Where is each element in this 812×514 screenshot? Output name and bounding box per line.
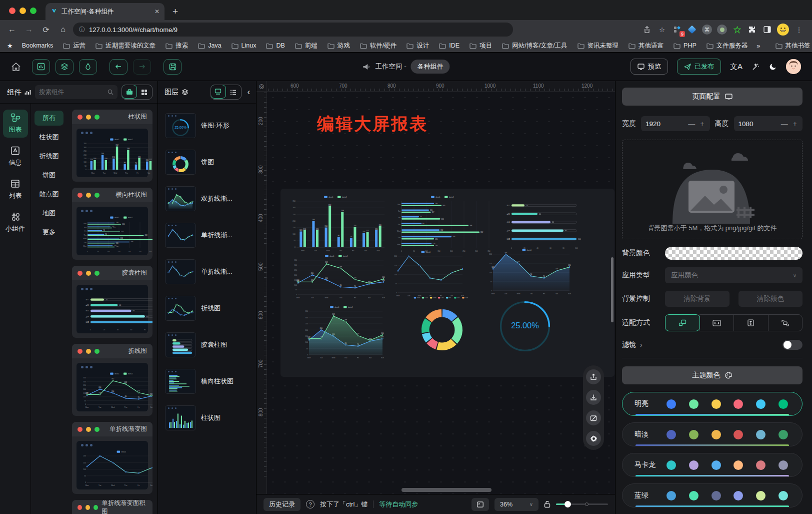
category-饼图[interactable]: 饼图 (34, 168, 64, 183)
bookmarks-root[interactable]: Bookmarks (18, 41, 58, 51)
bookmark-item[interactable]: IDE (435, 41, 464, 51)
bookmark-item[interactable]: 软件/硬件 (356, 40, 400, 52)
fit-height-button[interactable] (734, 314, 768, 331)
canvas-chart-progress[interactable]: 25.00% (494, 297, 556, 356)
share-icon[interactable] (642, 25, 652, 35)
component-card[interactable]: 单折线渐变面积图data1050100150200120200150807011… (72, 500, 152, 514)
height-stepper[interactable]: 1080 — + (734, 116, 803, 131)
theme-蓝绿[interactable]: 蓝绿 (622, 483, 802, 507)
bookmark-item[interactable]: 设计 (402, 40, 433, 52)
layer-item[interactable]: 柱状图 (163, 402, 251, 434)
canvas-chart-donut[interactable]: MonTueWedThuFriSatSun (400, 295, 484, 360)
theme-马卡龙[interactable]: 马卡龙 (622, 453, 802, 477)
history-panel-icon[interactable] (472, 498, 489, 511)
toolbox-view-icon[interactable] (122, 85, 137, 99)
help-icon[interactable]: ? (306, 500, 314, 508)
project-name-pill[interactable]: 各种组件 (411, 60, 450, 74)
grid-view-icon[interactable] (136, 85, 152, 99)
undo-button[interactable] (110, 59, 128, 75)
maximize-window-button[interactable] (30, 8, 36, 14)
width-plus-button[interactable]: + (699, 120, 705, 128)
category-折线图[interactable]: 折线图 (34, 149, 64, 164)
component-card[interactable]: 折线图data1data2050100150200250300350120200… (72, 344, 152, 416)
category-所有[interactable]: 所有 (34, 111, 64, 126)
bookmark-item[interactable]: Java (194, 41, 225, 51)
clear-color-button[interactable]: 清除颜色 (738, 291, 803, 307)
gem-extension-icon[interactable] (687, 25, 697, 35)
height-value[interactable]: 1080 (738, 120, 777, 128)
canvas-grid[interactable]: 编辑大屏报表 data1data205010015020025030035012… (267, 92, 615, 494)
layer-item[interactable]: 单折线渐... (163, 256, 251, 288)
layer-item[interactable]: 单折线渐... (163, 219, 251, 251)
horizontal-scrollbar[interactable] (402, 488, 492, 492)
sidebar-icon[interactable] (762, 25, 772, 35)
bookmark-item[interactable]: 文件服务器 (702, 40, 752, 52)
page-config-header[interactable]: 页面配置 (622, 88, 802, 106)
bookmark-item[interactable]: 游戏 (324, 40, 354, 52)
layer-item[interactable]: 饼图 (163, 146, 251, 178)
bg-color-swatch[interactable] (665, 247, 802, 260)
category-地图[interactable]: 地图 (34, 206, 64, 221)
browser-tab[interactable]: 工作空间-各种组件 ✕ (46, 3, 164, 20)
dot-extension-icon[interactable] (717, 25, 727, 35)
component-search[interactable] (35, 85, 118, 99)
save-button[interactable] (164, 59, 182, 75)
search-input[interactable] (39, 89, 106, 96)
zoom-select[interactable]: 36%∨ (494, 498, 538, 511)
bookmarks-overflow-icon[interactable]: » (754, 42, 763, 50)
zoom-slider-knob[interactable] (564, 501, 571, 507)
canvas-chart-area1[interactable]: data10501001502001202001508070110130MonT… (486, 247, 572, 296)
vertical-scrollbar[interactable] (611, 257, 614, 322)
new-tab-button[interactable]: + (164, 6, 186, 20)
canvas-chart-capsule[interactable]: 20厦门40南阳60北京80上海100新疆020406080100 (500, 197, 586, 250)
profile-avatar[interactable] (777, 24, 789, 36)
bookmark-item[interactable]: 其他语言 (624, 40, 668, 52)
component-card[interactable]: 单折线渐变图data1050100150200MonTueWedThuFriSa… (72, 422, 152, 494)
back-icon[interactable]: ← (5, 23, 19, 37)
user-avatar[interactable] (786, 59, 801, 74)
other-bookmarks-folder[interactable]: 其他书签 (772, 40, 812, 52)
filter-expand-icon[interactable]: › (640, 341, 642, 349)
layer-item[interactable]: 折线图 (163, 292, 251, 324)
bookmark-item[interactable]: Linux (228, 41, 260, 51)
close-window-button[interactable] (9, 8, 16, 14)
bookmark-item[interactable]: 近期需要读的文章 (92, 40, 160, 52)
canvas-area[interactable]: ◎ 6007008009001000110012001300 200300400… (256, 81, 615, 514)
language-icon[interactable]: 文A (730, 62, 742, 72)
green-star-extension-icon[interactable] (732, 25, 742, 35)
puzzle-extensions-icon[interactable] (747, 25, 757, 35)
edit-icon[interactable] (586, 410, 601, 425)
address-bar[interactable]: ⓘ 127.0.0.1:3000/#/chart/home/9 (73, 23, 513, 37)
category-更多[interactable]: 更多 (34, 225, 64, 240)
app-type-select[interactable]: 应用颜色 ∨ (665, 267, 802, 283)
theme-暗淡[interactable]: 暗淡 (622, 422, 802, 446)
bookmark-item[interactable]: DB (262, 41, 288, 51)
fit-stretch-button[interactable] (768, 314, 803, 331)
sidebar-nav-小组件[interactable]: 小组件 (3, 209, 28, 237)
component-card[interactable]: 横向柱状图data1data20501001502002503003501301… (72, 188, 152, 260)
category-散点图[interactable]: 散点图 (34, 187, 64, 202)
canvas-chart-line2[interactable]: data1data2050100150200250300350120200150… (290, 253, 386, 300)
tab-close-icon[interactable]: ✕ (154, 8, 160, 15)
sidebar-nav-图表[interactable]: 图表 (3, 110, 28, 138)
height-minus-button[interactable]: — (780, 120, 789, 128)
bookmark-item[interactable]: 搜索 (162, 40, 192, 52)
redo-button[interactable] (133, 59, 151, 75)
zoom-slider[interactable] (556, 501, 608, 508)
width-minus-button[interactable]: — (687, 120, 696, 128)
browser-menu-icon[interactable]: ⋮ (794, 25, 804, 35)
theme-color-header[interactable]: 主题颜色 (622, 366, 802, 384)
site-info-icon[interactable]: ⓘ (79, 26, 85, 34)
bookmark-item[interactable]: 运营 (59, 40, 90, 52)
component-card[interactable]: 柱状图data1data2050100150200250300350120130… (72, 110, 152, 182)
width-value[interactable]: 1920 (646, 120, 684, 128)
fit-width-button[interactable] (700, 314, 734, 331)
background-upload-dropzone[interactable]: 背景图需小于 5M，格式为 png/jpg/gif 的文件 (622, 140, 802, 239)
clear-background-button[interactable]: 清除背景 (665, 291, 730, 307)
command-extension-icon[interactable]: ⌘ (702, 25, 712, 35)
extension-tampermonkey-icon[interactable]: 9 (672, 25, 682, 35)
app-home-icon[interactable] (11, 62, 21, 72)
publish-button[interactable]: 已发布 (677, 59, 721, 75)
width-stepper[interactable]: 1920 — + (641, 116, 710, 131)
thumbnail-view-icon[interactable] (210, 85, 226, 99)
